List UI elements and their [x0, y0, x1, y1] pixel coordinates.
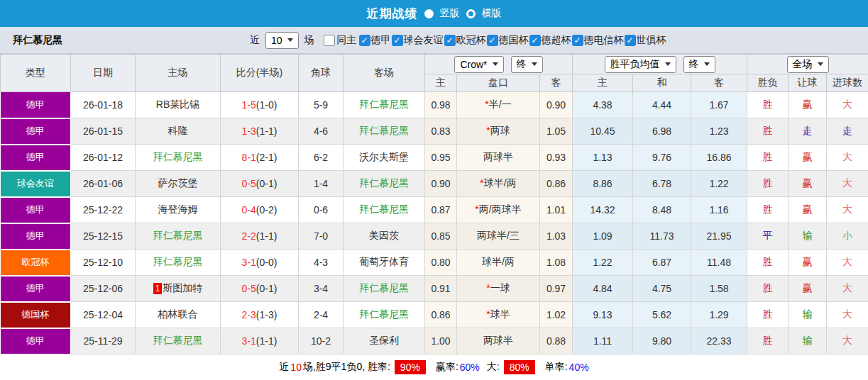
league-type-badge: 德甲: [1, 223, 71, 250]
handicap-result: 赢: [789, 276, 827, 302]
handicap-odds-home: 0.86: [425, 302, 457, 328]
full-time-score: 2-2: [242, 230, 256, 242]
handicap-time-select[interactable]: 终: [511, 56, 543, 73]
score-cell: 0-5(0-1): [221, 171, 299, 197]
avg-time-select[interactable]: 终: [683, 56, 715, 73]
league-type-badge: 德甲: [1, 118, 71, 145]
col-header-date: 日期: [71, 55, 136, 92]
handicap-line: *两/两球半: [457, 197, 540, 223]
match-result: 胜: [747, 171, 789, 197]
full-time-score: 3-1: [242, 335, 256, 347]
avg-type-value: 胜平负均值: [610, 58, 660, 71]
avg-win-odds: 4.38: [573, 92, 633, 118]
radio-horizontal-layout[interactable]: [466, 9, 476, 18]
avg-type-select[interactable]: 胜平负均值: [605, 56, 676, 73]
odds-company-select[interactable]: Crow*: [454, 56, 503, 73]
away-team: 拜仁慕尼黑: [344, 171, 425, 197]
avg-lose-odds: 1.58: [691, 276, 747, 302]
league-type-badge: 德甲: [1, 145, 71, 171]
checkbox-league[interactable]: ✓: [529, 35, 541, 46]
home-team: 1斯图加特: [136, 276, 221, 302]
full-time-score: 0-5: [242, 178, 256, 189]
handicap-odds-home: 0.98: [425, 92, 457, 118]
handicap-odds-away: 0.97: [540, 276, 573, 302]
handicap-text: 两球半/三: [477, 230, 520, 241]
score-cell: 0-5(0-1): [221, 276, 299, 302]
checkbox-league[interactable]: ✓: [392, 35, 403, 46]
away-team: 拜仁慕尼黑: [344, 197, 425, 223]
handicap-line: 两球半: [457, 328, 540, 354]
half-time-score: (0-1): [256, 178, 278, 189]
match-date: 25-12-04: [71, 302, 136, 328]
goals-result: 大: [827, 250, 868, 276]
checkbox-same-home[interactable]: [324, 35, 335, 46]
filter-controls: 近 10 场 同主 ✓德甲✓球会友谊✓欧冠杯✓德国杯✓德超杯✓德电信杯✓世俱杯: [250, 27, 666, 53]
checkbox-league[interactable]: ✓: [359, 35, 370, 46]
full-time-score: 1-3: [242, 125, 256, 137]
away-team: 葡萄牙体育: [344, 250, 425, 276]
avg-win-odds: 14.32: [573, 197, 633, 223]
match-result: 胜: [747, 276, 789, 302]
goals-result: 大: [827, 197, 868, 223]
radio-horizontal-label[interactable]: 横版: [482, 7, 502, 20]
handicap-odds-home: 0.90: [425, 171, 457, 197]
table-row: 德国杯 25-12-04 柏林联合 2-3(1-3) 2-4 拜仁慕尼黑 0.8…: [1, 302, 868, 328]
avg-lose-odds: 1.16: [691, 197, 747, 223]
match-result: 胜: [747, 145, 789, 171]
handicap-line: *一球: [457, 276, 540, 302]
avg-lose-odds: 11.48: [691, 250, 747, 276]
match-date: 26-01-15: [71, 118, 136, 145]
match-date: 25-12-22: [71, 197, 136, 223]
match-date: 25-11-29: [71, 328, 136, 354]
match-result: 胜: [747, 302, 789, 328]
col-header-corners: 角球: [299, 55, 344, 92]
table-row: 德甲 25-11-29 拜仁慕尼黑 3-1(1-1) 10-2 圣保利 1.00…: [1, 328, 868, 354]
handicap-line: 球半/两: [457, 250, 540, 276]
team-name: 拜仁慕尼黑: [13, 34, 62, 47]
col-header-score: 比分(半场): [221, 55, 299, 92]
page-title: 近期战绩: [367, 6, 418, 22]
handicap-result: 输: [789, 223, 827, 250]
avg-win-odds: 1.11: [573, 328, 633, 354]
radio-vertical-label[interactable]: 竖版: [440, 7, 460, 20]
sub-header-handicap: 盘口: [457, 74, 540, 92]
match-result: 胜: [747, 250, 789, 276]
checkbox-league[interactable]: ✓: [487, 35, 498, 46]
checkbox-league[interactable]: ✓: [625, 35, 636, 46]
league-filters: ✓德甲✓球会友谊✓欧冠杯✓德国杯✓德超杯✓德电信杯✓世俱杯: [359, 34, 666, 47]
avg-draw-odds: 9.80: [633, 328, 691, 354]
sub-header-odds-away: 客: [540, 74, 573, 92]
handicap-odds-home: 0.95: [425, 145, 457, 171]
handicap-line: *球半: [457, 302, 540, 328]
single-label: 单率:: [545, 361, 568, 374]
checkbox-league[interactable]: ✓: [444, 35, 456, 46]
corners-score: 5-9: [299, 92, 344, 118]
home-team: 拜仁慕尼黑: [136, 223, 221, 250]
match-date: 26-01-12: [71, 145, 136, 171]
avg-draw-odds: 6.78: [633, 171, 691, 197]
league-type-badge: 德甲: [1, 276, 71, 302]
league-label: 德甲: [371, 34, 391, 47]
scope-select[interactable]: 全场: [787, 56, 829, 73]
avg-lose-odds: 21.95: [691, 223, 747, 250]
radio-vertical-layout[interactable]: [424, 9, 434, 18]
home-team: 拜仁慕尼黑: [136, 250, 221, 276]
recent-count-select[interactable]: 10: [265, 32, 299, 49]
handicap-odds-home: 0.87: [425, 197, 457, 223]
handicap-group-header: Crow* 终: [425, 55, 573, 74]
handicap-text: 两球: [490, 125, 510, 136]
handicap-line: *两球: [457, 118, 540, 145]
chevron-down-icon: [532, 62, 537, 66]
avg-win-odds: 1.09: [573, 223, 633, 250]
sub-header-avg-draw: 和: [633, 74, 691, 92]
handicap-odds-home: 0.80: [425, 250, 457, 276]
handicap-odds-away: 0.86: [540, 171, 573, 197]
match-date: 25-12-15: [71, 223, 136, 250]
handicap-odds-away: 0.90: [540, 92, 573, 118]
checkbox-league[interactable]: ✓: [572, 35, 583, 46]
odds-company-value: Crow*: [460, 59, 487, 70]
handicap-time-value: 终: [517, 58, 527, 71]
avg-lose-odds: 1.22: [691, 171, 747, 197]
corners-score: 6-2: [299, 145, 344, 171]
sub-header-handicap-result: 让球: [789, 74, 827, 92]
